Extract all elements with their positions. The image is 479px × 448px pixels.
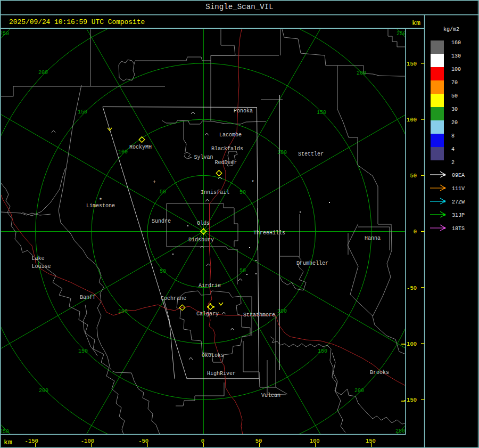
svg-text:250: 250 [395,428,405,434]
svg-text:150: 150 [318,348,327,354]
svg-text:km: km [4,438,12,446]
svg-text:+: + [153,180,156,185]
svg-text:100: 100 [451,67,461,72]
svg-text:09EA: 09EA [452,173,465,178]
svg-text:-50: -50 [138,438,148,444]
svg-text:*: * [251,180,254,186]
svg-text:250: 250 [0,31,9,37]
svg-text:Didsbury: Didsbury [188,237,214,243]
svg-text:200: 200 [357,70,366,76]
svg-text:-150: -150 [25,438,38,444]
svg-text:Blackfalds: Blackfalds [211,146,243,152]
svg-text:Louise: Louise [32,264,51,270]
svg-text:Okotoks: Okotoks [202,353,224,359]
svg-text:Sundre: Sundre [152,218,171,224]
svg-text:130: 130 [451,53,461,59]
svg-text:27ZW: 27ZW [452,199,465,205]
svg-text:100: 100 [277,308,287,314]
svg-text:Lacombe: Lacombe [219,132,242,138]
svg-text:-50: -50 [407,285,417,291]
svg-text:Lake: Lake [32,256,45,262]
svg-text:RockyMH: RockyMH [129,144,152,150]
svg-text:100: 100 [407,117,417,123]
svg-text:Ponoka: Ponoka [234,108,253,114]
svg-text:50: 50 [160,189,166,195]
svg-text:70: 70 [451,80,458,86]
svg-text:-100: -100 [403,341,417,347]
svg-text:100: 100 [118,308,128,314]
svg-text:30: 30 [451,107,458,112]
svg-text:Sylvan: Sylvan [194,154,213,160]
svg-text:100: 100 [310,438,320,444]
svg-text:8: 8 [451,133,455,139]
svg-text:Cochrane: Cochrane [161,296,186,302]
svg-text:250: 250 [0,429,9,435]
svg-text:Innisfail: Innisfail [201,190,229,196]
svg-text:Strathmore: Strathmore [243,312,275,318]
svg-text:RedDeer: RedDeer [215,160,237,166]
svg-text:50: 50 [240,190,246,196]
svg-text:*: * [99,198,102,203]
svg-text:km: km [412,19,420,27]
svg-text:Limestone: Limestone [86,203,115,209]
svg-text:160: 160 [451,40,461,46]
svg-text:Airdrie: Airdrie [199,283,221,289]
svg-text:Stettler: Stettler [298,151,324,157]
svg-text:Vulcan: Vulcan [261,393,280,398]
svg-text:111V: 111V [452,186,465,192]
svg-text:250: 250 [397,31,406,37]
svg-text:150: 150 [78,348,88,354]
svg-text:Calgary: Calgary [196,311,219,317]
svg-text:200: 200 [39,388,48,394]
svg-text:18TS: 18TS [452,226,465,232]
svg-text:Banff: Banff [80,295,96,300]
svg-text:100: 100 [277,150,287,156]
svg-text:100: 100 [118,149,128,155]
svg-text:20: 20 [451,120,458,126]
svg-text:2: 2 [451,160,455,166]
svg-text:150: 150 [78,109,87,115]
svg-text:Olds: Olds [197,221,210,226]
svg-text:31JP: 31JP [452,213,465,218]
svg-text:50: 50 [160,268,166,274]
svg-text:50: 50 [240,268,246,274]
svg-text:2025/09/24 10:16:59 UTC Compos: 2025/09/24 10:16:59 UTC Composite [9,18,145,26]
svg-text:Single_Scan_VIL: Single_Scan_VIL [205,3,274,11]
svg-text:Drumheller: Drumheller [296,260,328,266]
svg-text:50: 50 [451,93,458,99]
svg-text:0: 0 [201,438,204,444]
svg-text:200: 200 [38,70,48,76]
svg-text:Hanna: Hanna [365,235,381,241]
svg-text:4: 4 [451,146,455,152]
svg-text:HighRiver: HighRiver [207,371,236,377]
svg-text:150: 150 [317,110,326,116]
svg-text:-100: -100 [81,438,94,444]
svg-text:-150: -150 [403,397,417,403]
svg-text:50: 50 [255,438,262,444]
svg-text:kg/m2: kg/m2 [443,27,459,32]
svg-text:Brooks: Brooks [370,370,389,376]
svg-text:150: 150 [407,61,417,67]
svg-text:150: 150 [366,438,376,444]
svg-text:ThreeHills: ThreeHills [253,230,285,236]
svg-text:0: 0 [414,229,417,235]
svg-text:200: 200 [354,388,364,394]
svg-text:50: 50 [410,173,417,179]
